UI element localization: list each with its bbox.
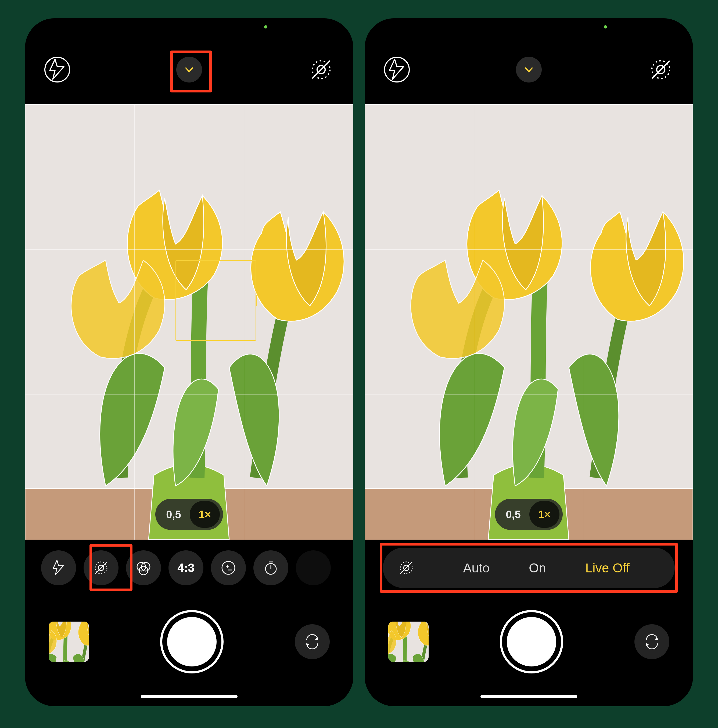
top-controls xyxy=(365,55,693,84)
live-photo-mode-strip: Auto On Live Off xyxy=(383,548,675,588)
grid-line xyxy=(25,395,353,395)
flash-toggle[interactable] xyxy=(44,57,70,83)
aspect-ratio-label: 4:3 xyxy=(177,561,194,575)
exposure-option[interactable] xyxy=(211,551,246,585)
thumbnail-image xyxy=(388,622,429,662)
home-indicator[interactable] xyxy=(480,695,577,698)
live-photo-toggle-top[interactable] xyxy=(648,57,674,83)
camera-screen-right: 0,5 1× Auto On Live Off xyxy=(365,18,693,706)
photographic-styles-option[interactable] xyxy=(126,551,161,585)
last-photo-thumbnail[interactable] xyxy=(49,622,89,662)
zoom-main[interactable]: 1× xyxy=(529,501,559,528)
flash-icon xyxy=(385,58,409,81)
live-photo-off-icon xyxy=(398,559,415,577)
options-chevron-toggle[interactable] xyxy=(516,57,542,83)
camera-options-row: 4:3 xyxy=(25,548,353,588)
shutter-button[interactable] xyxy=(502,612,561,671)
viewfinder-image xyxy=(365,104,693,540)
camera-flip-button[interactable] xyxy=(634,624,669,659)
flash-option[interactable] xyxy=(41,551,76,585)
thumbnail-image xyxy=(49,622,89,662)
camera-flip-button[interactable] xyxy=(295,624,330,659)
live-photo-off-icon xyxy=(648,57,674,83)
chevron-down-icon xyxy=(183,63,196,76)
live-photo-on[interactable]: On xyxy=(529,561,546,575)
last-photo-thumbnail[interactable] xyxy=(388,622,429,662)
live-photo-option[interactable] xyxy=(84,551,119,585)
live-photo-off-icon xyxy=(308,57,334,83)
bottom-controls xyxy=(25,607,353,677)
bottom-controls xyxy=(365,607,693,677)
aspect-ratio-option[interactable]: 4:3 xyxy=(168,551,203,585)
live-photo-auto[interactable]: Auto xyxy=(463,561,490,575)
exposure-icon xyxy=(220,559,237,577)
viewfinder[interactable]: 0,5 1× xyxy=(365,104,693,540)
camera-flip-icon xyxy=(643,633,661,651)
filters-icon xyxy=(135,559,152,577)
flash-icon xyxy=(50,559,67,577)
zoom-wide[interactable]: 0,5 xyxy=(159,501,189,528)
camera-active-indicator xyxy=(604,25,607,29)
timer-icon xyxy=(262,559,280,577)
flash-toggle[interactable] xyxy=(384,57,410,83)
grid-line xyxy=(365,249,693,250)
camera-flip-icon xyxy=(303,633,321,651)
camera-screen-left: 0,5 1× 4:3 xyxy=(25,18,353,706)
options-chevron-toggle[interactable] xyxy=(176,57,202,83)
focus-indicator[interactable] xyxy=(176,260,256,341)
home-indicator[interactable] xyxy=(141,695,238,698)
live-photo-off-icon xyxy=(92,559,110,577)
grid-line xyxy=(474,104,474,540)
timer-option[interactable] xyxy=(254,551,288,585)
zoom-main[interactable]: 1× xyxy=(190,501,220,528)
camera-active-indicator xyxy=(264,25,267,29)
more-option-partial[interactable] xyxy=(296,551,331,585)
grid-line xyxy=(584,104,584,540)
top-controls xyxy=(25,55,353,84)
zoom-selector[interactable]: 0,5 1× xyxy=(155,499,223,530)
live-photo-off[interactable]: Live Off xyxy=(585,561,629,575)
zoom-wide[interactable]: 0,5 xyxy=(498,501,528,528)
viewfinder[interactable]: 0,5 1× xyxy=(25,104,353,540)
grid-line xyxy=(25,249,353,250)
shutter-button[interactable] xyxy=(162,612,222,671)
live-photo-strip-icon[interactable] xyxy=(389,551,424,585)
chevron-down-icon xyxy=(522,63,535,76)
flash-icon xyxy=(46,58,69,81)
zoom-selector[interactable]: 0,5 1× xyxy=(495,499,563,530)
live-photo-toggle-top[interactable] xyxy=(308,57,334,83)
live-photo-options: Auto On Live Off xyxy=(424,561,669,575)
grid-line xyxy=(365,395,693,395)
